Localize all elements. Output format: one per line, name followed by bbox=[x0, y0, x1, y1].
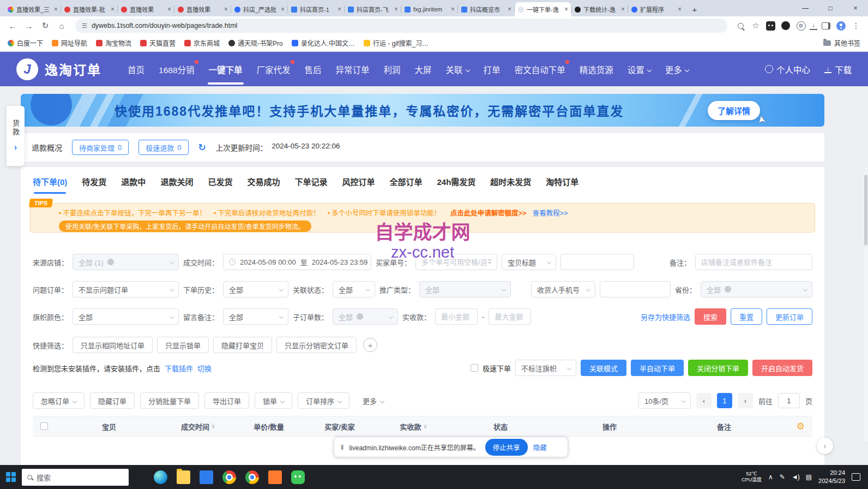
problem-order-select[interactable]: 不显示问题订单 bbox=[73, 281, 179, 297]
auto-ship-button[interactable]: 开启自动发货 bbox=[752, 360, 812, 376]
toolbar-icon[interactable] bbox=[836, 21, 846, 31]
taskbar-clock[interactable]: 20:24 2024/5/23 bbox=[818, 469, 845, 485]
list-toolbar-button[interactable]: 导出订单 bbox=[204, 392, 249, 409]
nav-item[interactable]: 厂家代发 bbox=[257, 52, 291, 86]
browser-tab[interactable]: 直播效果_三 × bbox=[4, 2, 61, 16]
browser-tab[interactable]: fxg.jinritem × bbox=[401, 2, 458, 16]
tab-close-icon[interactable]: × bbox=[111, 5, 114, 13]
per-page-select[interactable]: 10条/页 bbox=[638, 392, 691, 409]
nav-item[interactable]: 打单 bbox=[484, 52, 501, 86]
tab-close-icon[interactable]: × bbox=[281, 5, 285, 13]
address-bar[interactable]: ☰ dywebs.1tsoft.com/douyin-web/pages/tra… bbox=[75, 19, 727, 33]
bookmark-item[interactable]: 淘宝物流 bbox=[96, 38, 131, 47]
tab-close-icon[interactable]: × bbox=[167, 5, 171, 13]
download-plugin-link[interactable]: 下载插件 bbox=[165, 363, 193, 373]
reload-button[interactable]: ↻ bbox=[38, 19, 52, 33]
stop-sharing-button[interactable]: 停止共享 bbox=[485, 439, 528, 456]
toolbar-icon[interactable] bbox=[734, 19, 747, 32]
home-button[interactable]: ⌂ bbox=[55, 19, 69, 33]
message-remark-select[interactable]: 全部 bbox=[223, 308, 288, 325]
paid-min-input[interactable] bbox=[435, 308, 478, 325]
save-quick-filter-link[interactable]: 另存为快捷筛选 bbox=[641, 312, 690, 322]
order-number-input[interactable] bbox=[415, 254, 497, 270]
order-status-tab[interactable]: 下单记录 bbox=[294, 176, 327, 194]
list-toolbar-button[interactable]: 订单排序 bbox=[298, 392, 349, 409]
toolbar-icon[interactable] bbox=[819, 19, 833, 32]
decrypt-quota-link[interactable]: 点击此处申请解密额度>> bbox=[450, 210, 527, 217]
banner-detail-button[interactable]: 了解详情 bbox=[708, 101, 760, 120]
close-button[interactable]: × bbox=[843, 0, 868, 16]
order-status-tab[interactable]: 退款中 bbox=[121, 176, 146, 194]
nav-item[interactable]: 关联 bbox=[446, 52, 469, 86]
order-status-tab[interactable]: 待发货 bbox=[82, 176, 106, 194]
table-column-header[interactable]: 成交时间 bbox=[162, 421, 233, 432]
switch-link[interactable]: 切换 bbox=[197, 363, 212, 373]
toolbar-icon[interactable] bbox=[849, 19, 863, 32]
quick-filter-chip[interactable]: 只显示锁单 bbox=[157, 337, 209, 353]
suborder-count-select[interactable]: 全部 bbox=[333, 308, 398, 325]
tray-icon[interactable] bbox=[792, 473, 799, 481]
province-select[interactable]: 全部 bbox=[701, 281, 812, 297]
column-settings-gear-icon[interactable]: ⚙ bbox=[797, 421, 805, 432]
title-keyword-input[interactable] bbox=[560, 254, 634, 270]
remark-input[interactable] bbox=[695, 254, 812, 270]
tab-close-icon[interactable]: × bbox=[451, 5, 455, 13]
taskbar-app-icon[interactable] bbox=[245, 470, 259, 484]
profile-center-link[interactable]: 个人中心 bbox=[765, 63, 810, 75]
browser-tab[interactable]: 直播效果 × bbox=[174, 2, 231, 16]
update-orders-button[interactable]: 更新订单 bbox=[767, 308, 812, 325]
taskbar-app-icon[interactable] bbox=[222, 470, 236, 484]
table-column-header[interactable]: 宝贝 bbox=[56, 421, 162, 432]
nav-item[interactable]: 一键下单 bbox=[209, 52, 243, 86]
nav-item[interactable]: 设置 bbox=[628, 52, 651, 86]
fast-refund-button[interactable]: 极速退款 0 bbox=[138, 140, 188, 155]
order-status-tab[interactable]: 24h需发货 bbox=[437, 176, 475, 194]
close-distribution-button[interactable]: 关闭分销下单 bbox=[688, 360, 748, 376]
quick-filter-chip[interactable]: 只显示分销密文订单 bbox=[276, 337, 357, 353]
start-button[interactable] bbox=[0, 465, 22, 489]
table-column-header[interactable]: 状态 bbox=[451, 421, 550, 432]
browser-tab[interactable]: 抖店首页-1 × bbox=[288, 2, 345, 16]
back-button[interactable]: ← bbox=[5, 19, 20, 33]
flag-mark-select[interactable]: 不标注旗帜 bbox=[515, 360, 576, 376]
browser-tab[interactable]: 一键下单-逸 × bbox=[515, 2, 571, 16]
browser-tab[interactable]: 直播效果-批 × bbox=[61, 2, 118, 16]
table-column-header[interactable]: 操作 bbox=[550, 421, 670, 432]
promo-banner[interactable]: 快使用1688代发推单吧！支持手机大单量推单，专属私密价，无需解密平台面单直发 … bbox=[21, 94, 824, 127]
nav-item[interactable]: 售后 bbox=[305, 52, 322, 86]
prev-page-button[interactable]: ‹ bbox=[696, 393, 712, 408]
minimize-button[interactable]: — bbox=[793, 0, 818, 16]
tab-close-icon[interactable]: × bbox=[621, 5, 625, 13]
list-toolbar-button[interactable]: 忽略订单 bbox=[33, 392, 85, 409]
taskbar-app-icon[interactable] bbox=[291, 470, 305, 484]
table-column-header[interactable]: 实收款 bbox=[375, 421, 451, 432]
receiver-phone-select[interactable]: 收货人手机号 bbox=[531, 281, 595, 297]
order-status-tab[interactable]: 待下单(0) bbox=[33, 176, 67, 194]
refresh-icon[interactable]: ↻ bbox=[198, 142, 206, 153]
list-toolbar-button[interactable]: 更多 bbox=[355, 392, 391, 409]
tab-close-icon[interactable]: × bbox=[54, 5, 58, 13]
hide-share-bar-link[interactable]: 隐藏 bbox=[533, 442, 547, 452]
flag-color-select[interactable]: 全部 bbox=[73, 308, 179, 325]
title-type-select[interactable]: 宝贝标题 bbox=[502, 254, 556, 270]
bookmark-item[interactable]: 天猫直营 bbox=[140, 38, 176, 47]
relation-status-select[interactable]: 全部 bbox=[333, 281, 375, 297]
paid-max-input[interactable] bbox=[489, 308, 531, 325]
next-page-button[interactable]: › bbox=[738, 393, 753, 408]
bookmarks-folder[interactable]: 其他书签 bbox=[823, 38, 860, 47]
order-status-tab[interactable]: 风控订单 bbox=[342, 176, 375, 194]
reset-button[interactable]: 重置 bbox=[731, 308, 762, 325]
page-scrollbar[interactable] bbox=[864, 172, 868, 441]
goto-page-input[interactable] bbox=[778, 393, 800, 408]
tab-close-icon[interactable]: × bbox=[678, 5, 682, 13]
taskbar-app-icon[interactable] bbox=[200, 470, 213, 484]
tab-close-icon[interactable]: × bbox=[508, 5, 511, 13]
toolbar-icon[interactable] bbox=[794, 19, 807, 32]
add-quick-filter-button[interactable]: + bbox=[363, 338, 377, 352]
maximize-button[interactable]: □ bbox=[818, 0, 843, 16]
order-status-tab[interactable]: 交易成功 bbox=[247, 176, 280, 194]
bookmark-item[interactable]: 京东商城 bbox=[184, 38, 220, 47]
order-status-tab[interactable]: 淘特订单 bbox=[546, 176, 578, 194]
sort-icon[interactable] bbox=[212, 423, 215, 430]
deal-time-range[interactable]: 2024-05-09 00:00 至 2024-05-23 23:59 bbox=[223, 254, 371, 270]
